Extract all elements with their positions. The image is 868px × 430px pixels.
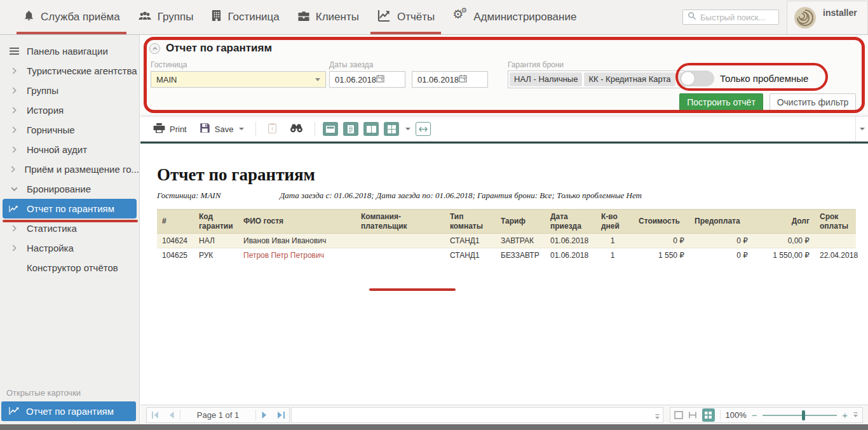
main-area: Отчет по гарантиям Гостиница MAIN Даты з…	[140, 35, 868, 424]
guest-name-link[interactable]: Петров Петр Петрович	[243, 251, 324, 260]
only-problem-label: Только проблемные	[720, 73, 808, 84]
col-header: #	[157, 210, 194, 234]
zoom-in-button[interactable]: +	[842, 410, 848, 420]
calendar-icon[interactable]	[376, 74, 388, 84]
splitter-icon[interactable]	[853, 410, 858, 421]
col-header: Дата приезда	[545, 210, 596, 234]
chevron-down-icon	[860, 128, 865, 130]
find-button[interactable]	[286, 121, 307, 137]
col-header: Предоплата	[689, 210, 753, 234]
table-row: 104624 НАЛ Иванов Иван Иванович СТАНД1 З…	[157, 234, 856, 248]
chevron-down-icon	[315, 78, 320, 81]
tab-label: Администрирование	[473, 11, 576, 24]
search-input[interactable]	[700, 13, 775, 22]
view-continuous-button[interactable]	[343, 122, 358, 136]
grid-view-icon[interactable]	[702, 408, 715, 422]
hotel-select[interactable]: MAIN	[151, 71, 326, 88]
sidebar-item-groups[interactable]: Группы	[0, 81, 139, 100]
view-single-page-button[interactable]	[323, 122, 338, 136]
toggle-knob	[681, 72, 695, 85]
col-header: Тип комнаты	[445, 210, 496, 234]
save-button[interactable]: Save	[196, 120, 248, 138]
tab-reports[interactable]: Отчёты	[368, 0, 444, 34]
filter-title: Отчет по гарантиям	[166, 42, 272, 55]
username: installer	[823, 6, 857, 18]
clear-filter-button[interactable]: Очистить фильтр	[770, 93, 856, 111]
sidebar-item-booking[interactable]: Бронирование	[0, 179, 139, 199]
chevron-down-icon[interactable]	[405, 128, 410, 130]
fit-width-button[interactable]	[416, 122, 431, 136]
user-menu[interactable]: installer	[787, 1, 868, 34]
last-page-button[interactable]	[273, 412, 289, 419]
groups-icon	[138, 10, 152, 25]
sidebar-item-nav-panel[interactable]: Панель навигации	[0, 41, 139, 61]
sidebar-item-history[interactable]: История	[0, 100, 139, 120]
sidebar-item-report-builder[interactable]: Конструктор отчётов	[0, 258, 139, 278]
whole-page-view-icon[interactable]	[674, 411, 683, 419]
avatar	[794, 6, 817, 32]
zoom-out-button[interactable]: −	[752, 410, 757, 420]
col-header: Код гарантии	[194, 210, 238, 234]
zoom-controls: 100% − +	[670, 407, 863, 423]
tab-reception[interactable]: Служба приёма	[14, 0, 129, 34]
annotation-sidebar-underline	[3, 220, 138, 222]
date-to-field[interactable]: 01.06.2018	[412, 71, 488, 88]
chevron-right-icon	[9, 87, 19, 94]
toolbar-overflow-button[interactable]	[855, 117, 867, 141]
guarantee-tag[interactable]: КК - Кредитная Карта	[584, 72, 675, 86]
page-width-view-icon[interactable]	[688, 411, 697, 419]
col-header: Стоимость	[629, 210, 689, 234]
guarantee-tag[interactable]: НАЛ - Наличные	[510, 72, 582, 86]
clipboard-button[interactable]	[264, 120, 281, 138]
report-table: # Код гарантии ФИО гостя Компания-плател…	[157, 209, 856, 263]
zoom-slider[interactable]	[763, 415, 837, 416]
statusbar: Page 1 of 1 100% − +	[140, 405, 868, 424]
view-multiple-pages-button[interactable]	[384, 122, 399, 136]
build-report-button[interactable]: Построить отчёт	[679, 93, 763, 111]
printer-icon	[153, 123, 165, 135]
bottom-strip	[0, 424, 868, 430]
col-header: Тариф	[496, 210, 545, 234]
collapse-panel-icon[interactable]	[149, 43, 160, 54]
prev-page-button[interactable]	[163, 412, 180, 419]
open-card-guarantee-report[interactable]: Отчет по гарантиям	[1, 401, 136, 421]
tab-label: Клиенты	[316, 11, 359, 24]
horizontal-scrollbar[interactable]	[291, 407, 663, 423]
sidebar-item-night-audit[interactable]: Ночной аудит	[0, 140, 139, 159]
col-header: К-во дней	[596, 210, 629, 234]
zoom-slider-handle[interactable]	[802, 410, 805, 420]
print-button[interactable]: Print	[149, 120, 191, 138]
topbar-right: installer	[682, 0, 868, 34]
guarantee-label: Гарантия брони	[508, 60, 564, 69]
search-icon	[688, 11, 696, 23]
menu-icon	[9, 47, 19, 55]
sidebar-item-checkin[interactable]: Приём и размещение го...	[0, 159, 139, 179]
first-page-button[interactable]	[147, 412, 163, 419]
report-params: Гостиница: MAIN Дата заезда с: 01.06.201…	[157, 191, 868, 201]
tab-hotel[interactable]: Гостиница	[202, 0, 288, 34]
chevron-down-icon	[239, 128, 244, 130]
tab-groups[interactable]: Группы	[129, 0, 203, 34]
calendar-icon[interactable]	[459, 74, 471, 84]
chevron-right-icon	[9, 225, 19, 232]
splitter-icon[interactable]	[654, 412, 660, 423]
next-page-button[interactable]	[256, 412, 273, 419]
sidebar-item-settings[interactable]: Настройка	[0, 238, 139, 258]
line-chart-icon	[9, 205, 19, 213]
col-header: ФИО гостя	[238, 210, 356, 234]
report-title: Отчет по гарантиям	[157, 165, 868, 185]
hotel-label: Гостиница	[151, 60, 187, 69]
table-row: 104625 РУК Петров Петр Петрович СТАНД1 Б…	[157, 248, 856, 263]
guarantee-field[interactable]: НАЛ - Наличные КК - Кредитная Карта Б	[508, 71, 685, 88]
table-header-row: # Код гарантии ФИО гостя Компания-плател…	[157, 210, 856, 234]
sidebar-item-maids[interactable]: Горничные	[0, 120, 139, 140]
tab-administration[interactable]: ⚙ ⚙ Администрирование	[444, 0, 585, 34]
only-problem-toggle[interactable]	[680, 71, 714, 86]
tab-clients[interactable]: Клиенты	[288, 0, 368, 34]
view-facing-pages-button[interactable]	[363, 122, 379, 136]
main-tabs: Служба приёма Группы Гостиница Клиенты О…	[0, 0, 585, 34]
sidebar-item-guarantee-report[interactable]: Отчет по гарантиям	[3, 199, 137, 218]
sidebar-item-travel-agencies[interactable]: Туристические агентства	[0, 61, 139, 81]
date-from-field[interactable]: 01.06.2018	[329, 71, 405, 88]
zoom-percentage: 100%	[726, 410, 747, 420]
